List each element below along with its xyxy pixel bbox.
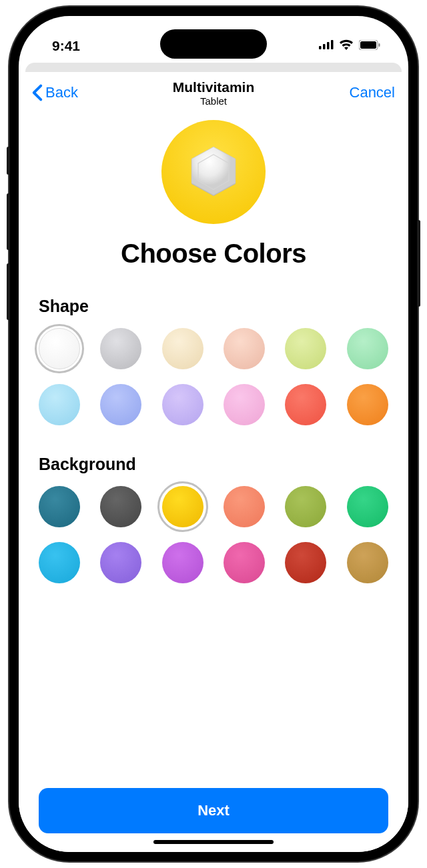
shape-color-section: Shape <box>39 297 388 452</box>
shape-color-gray[interactable] <box>100 328 141 369</box>
background-color-purple[interactable] <box>100 542 141 583</box>
background-color-coral[interactable] <box>224 486 265 527</box>
shape-color-peach[interactable] <box>224 328 265 369</box>
svg-rect-0 <box>319 46 322 49</box>
background-color-violet[interactable] <box>162 542 203 583</box>
back-label: Back <box>45 84 78 101</box>
background-color-magenta[interactable] <box>224 542 265 583</box>
svg-rect-1 <box>323 44 326 49</box>
background-color-tan[interactable] <box>347 542 388 583</box>
shape-color-cream[interactable] <box>162 328 203 369</box>
shape-color-mint[interactable] <box>347 328 388 369</box>
nav-title-main: Multivitamin <box>173 79 255 95</box>
shape-color-lavender[interactable] <box>162 384 203 425</box>
shape-color-periwinkle[interactable] <box>100 384 141 425</box>
background-color-darkred[interactable] <box>285 542 326 583</box>
chevron-left-icon <box>32 84 43 101</box>
nav-title-sub: Tablet <box>173 95 255 107</box>
shape-color-lime[interactable] <box>285 328 326 369</box>
wifi-icon <box>339 39 354 53</box>
shape-color-pink[interactable] <box>224 384 265 425</box>
preview-section: Choose Colors <box>39 113 388 289</box>
back-button[interactable]: Back <box>32 84 78 101</box>
shape-section-label: Shape <box>39 297 388 316</box>
background-color-blue[interactable] <box>39 542 80 583</box>
svg-rect-5 <box>360 41 376 49</box>
shape-color-sky[interactable] <box>39 384 80 425</box>
shape-color-white[interactable] <box>39 328 80 369</box>
background-color-olive[interactable] <box>285 486 326 527</box>
hexagon-tablet-icon <box>186 145 241 199</box>
battery-icon <box>359 40 380 53</box>
home-indicator[interactable] <box>153 840 274 844</box>
background-color-section: Background <box>39 455 388 610</box>
navigation-bar: Back Multivitamin Tablet Cancel <box>19 72 408 113</box>
background-section-label: Background <box>39 455 388 474</box>
cellular-signal-icon <box>319 40 334 52</box>
background-color-teal[interactable] <box>39 486 80 527</box>
next-button[interactable]: Next <box>39 788 388 833</box>
background-color-charcoal[interactable] <box>100 486 141 527</box>
svg-rect-6 <box>379 43 380 47</box>
svg-rect-2 <box>327 42 330 49</box>
shape-color-orange[interactable] <box>347 384 388 425</box>
status-time: 9:41 <box>52 38 80 54</box>
shape-color-red[interactable] <box>285 384 326 425</box>
nav-title: Multivitamin Tablet <box>173 79 255 107</box>
background-color-green[interactable] <box>347 486 388 527</box>
background-color-yellow[interactable] <box>162 486 203 527</box>
preview-background-circle <box>161 120 266 224</box>
svg-rect-3 <box>331 40 334 49</box>
page-title: Choose Colors <box>121 239 306 269</box>
cancel-button[interactable]: Cancel <box>350 84 395 101</box>
